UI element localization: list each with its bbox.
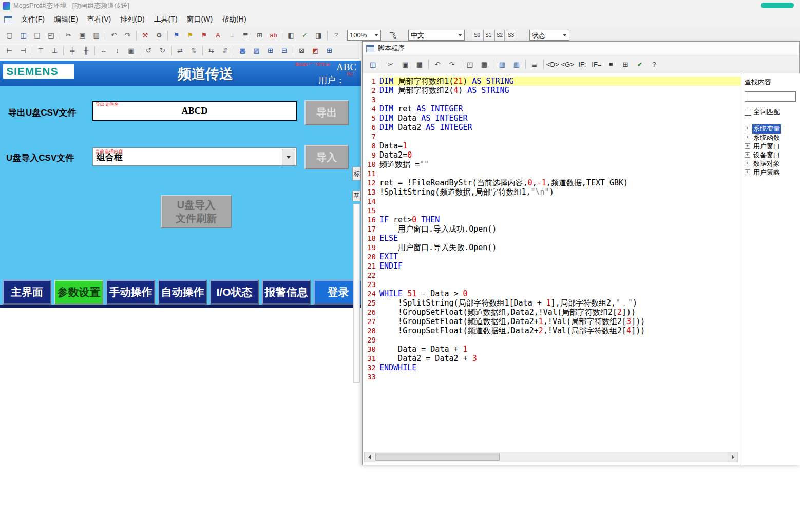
flip-vertical-icon[interactable]: ⇅ bbox=[187, 44, 201, 57]
code-line[interactable]: 10频道数据 ="" bbox=[363, 160, 741, 169]
code-line[interactable]: 13!SplitString(频道数据,局部字符数组1,"\n") bbox=[363, 187, 741, 197]
undo-icon[interactable]: ↶ bbox=[430, 58, 445, 71]
code-line[interactable]: 16IF ret>0 THEN bbox=[363, 215, 741, 224]
menu-item-2[interactable]: 编辑(E) bbox=[49, 13, 83, 26]
redo-icon[interactable]: ↷ bbox=[445, 58, 459, 71]
nav-button[interactable]: 自动操作 bbox=[158, 280, 207, 305]
code-line[interactable]: 29 bbox=[363, 335, 741, 345]
same-width-icon[interactable]: ↔ bbox=[97, 44, 110, 57]
panel-tab-basic[interactable]: 基 bbox=[352, 191, 361, 201]
code-line[interactable]: 31 Data2 = Data2 + 3 bbox=[363, 354, 741, 363]
tree-item[interactable]: 用户窗口 bbox=[745, 142, 797, 150]
expand-icon[interactable] bbox=[745, 161, 750, 166]
space-horizontal-icon[interactable]: ⇆ bbox=[204, 44, 218, 57]
menu-item-7[interactable]: 帮助(H) bbox=[217, 13, 251, 26]
code-line[interactable]: 32ENDWHILE bbox=[363, 363, 741, 372]
code-line[interactable]: 30 Data = Data + 1 bbox=[363, 345, 741, 354]
expand-icon[interactable] bbox=[745, 143, 750, 149]
whole-word-checkbox[interactable] bbox=[745, 109, 751, 116]
fill-color-icon[interactable]: ◩ bbox=[309, 44, 322, 57]
code-line[interactable]: 17 用户窗口.导入成功.Open() bbox=[363, 224, 741, 234]
zoom-combobox[interactable]: 100% bbox=[347, 30, 381, 41]
nav-button[interactable]: 报警信息 bbox=[262, 280, 311, 305]
tree-item[interactable]: 系统函数 bbox=[745, 133, 797, 142]
help-icon[interactable]: ? bbox=[647, 58, 661, 71]
code-line[interactable]: 19 用户窗口.导入失败.Open() bbox=[363, 243, 741, 252]
strategy-flag-icon[interactable]: ⚑ bbox=[197, 29, 211, 42]
print-icon[interactable]: ▤ bbox=[477, 58, 491, 71]
copy-icon[interactable]: ▣ bbox=[75, 29, 89, 42]
properties-icon[interactable]: ◧ bbox=[284, 29, 298, 42]
bring-front-icon[interactable]: ▩ bbox=[236, 44, 250, 57]
window-controls[interactable] bbox=[761, 3, 794, 8]
menu-item-5[interactable]: 工具(T) bbox=[149, 13, 182, 26]
save-icon[interactable]: ◫ bbox=[16, 29, 30, 42]
cut-icon[interactable]: ✂ bbox=[62, 29, 75, 42]
group-icon[interactable]: ⊞ bbox=[263, 44, 277, 57]
align-top-icon[interactable]: ⊤ bbox=[34, 44, 48, 57]
nav-button[interactable]: 手动操作 bbox=[106, 280, 155, 305]
print-preview-icon[interactable]: ◰ bbox=[44, 29, 58, 42]
tree-item[interactable]: 用户策略 bbox=[745, 168, 797, 177]
redo-icon[interactable]: ↷ bbox=[121, 29, 135, 42]
code-line[interactable]: 8Data=1 bbox=[363, 141, 741, 150]
align-right-icon[interactable]: ⊣ bbox=[16, 44, 30, 57]
save-icon[interactable]: ◫ bbox=[366, 58, 380, 71]
same-size-icon[interactable]: ▣ bbox=[124, 44, 138, 57]
expand-icon[interactable] bbox=[745, 152, 750, 158]
scrollbar-thumb[interactable] bbox=[375, 453, 500, 461]
code-line[interactable]: 4DIM ret AS INTEGER bbox=[363, 104, 741, 113]
lock-icon[interactable]: ⊠ bbox=[295, 44, 309, 57]
combo-dropdown-icon[interactable] bbox=[282, 149, 295, 165]
code-line[interactable]: 27 !GroupSetFloat(频道数据组,Data2+1,!Val(局部字… bbox=[363, 317, 741, 326]
code-line[interactable]: 6DIM Data2 AS INTEGER bbox=[363, 123, 741, 132]
code-line[interactable]: 9Data2=0 bbox=[363, 150, 741, 160]
code-line[interactable]: 11 bbox=[363, 169, 741, 178]
expand-icon[interactable] bbox=[745, 135, 750, 140]
ime-icon[interactable]: 飞 bbox=[386, 29, 400, 42]
code-editor[interactable]: 1DIM 局部字符数组1(21) AS STRING2DIM 局部字符数组2(4… bbox=[363, 73, 741, 465]
export-filename-input[interactable]: 导出文件名 ABCD bbox=[92, 101, 297, 121]
whole-word-option[interactable]: 全词匹配 bbox=[745, 107, 797, 117]
menu-item-3[interactable]: 查看(V) bbox=[83, 13, 116, 26]
menu-item-1[interactable]: 文件(F) bbox=[16, 13, 49, 26]
import-file-combobox[interactable]: 当前选择内容 组合框 bbox=[92, 147, 297, 166]
syntax-check-icon[interactable]: ✓ bbox=[298, 29, 312, 42]
code-line[interactable]: 28 !GroupSetFloat(频道数据组,Data2+2,!Val(局部字… bbox=[363, 326, 741, 335]
center-horizontal-icon[interactable]: ╪ bbox=[65, 44, 79, 57]
dim-declare-icon[interactable]: <D> bbox=[545, 58, 560, 71]
nav-button[interactable]: 参数设置 bbox=[54, 280, 103, 305]
state-button-s0[interactable]: S0 bbox=[472, 30, 482, 41]
scroll-right-icon[interactable] bbox=[728, 452, 737, 462]
horizontal-scrollbar[interactable] bbox=[364, 452, 738, 462]
code-line[interactable]: 22 bbox=[363, 271, 741, 280]
menu-item-6[interactable]: 窗口(W) bbox=[182, 13, 218, 26]
paste-icon[interactable]: ▦ bbox=[89, 29, 103, 42]
ungroup-icon[interactable]: ⊟ bbox=[277, 44, 291, 57]
script-window-titlebar[interactable]: 脚本程序 bbox=[363, 42, 799, 55]
rotate-right-icon[interactable]: ↻ bbox=[156, 44, 169, 57]
align-bottom-icon[interactable]: ⊥ bbox=[48, 44, 62, 57]
state-button-s3[interactable]: S3 bbox=[506, 30, 516, 41]
table-icon[interactable]: ⊞ bbox=[618, 58, 633, 71]
state-button-s1[interactable]: S1 bbox=[483, 30, 493, 41]
align-text-icon[interactable]: ≡ bbox=[225, 29, 239, 42]
align-left-icon[interactable]: ⊢ bbox=[3, 44, 16, 57]
spell-check-icon[interactable]: ab bbox=[266, 29, 280, 42]
search-input[interactable] bbox=[745, 91, 796, 102]
usb-refresh-button[interactable]: U盘导入 文件刷新 bbox=[161, 195, 232, 228]
code-line[interactable]: 26 !GroupSetFloat(频道数据组,Data2,!Val(局部字符数… bbox=[363, 308, 741, 317]
code-line[interactable]: 33 bbox=[363, 372, 741, 382]
grid-icon[interactable]: ⊞ bbox=[253, 29, 266, 42]
nav-button[interactable]: 主界面 bbox=[3, 280, 51, 305]
if-else-icon[interactable]: IF= bbox=[589, 58, 604, 71]
expand-icon[interactable] bbox=[745, 169, 750, 175]
export-button[interactable]: 导出 bbox=[304, 100, 349, 125]
flip-horizontal-icon[interactable]: ⇄ bbox=[173, 44, 187, 57]
code-line[interactable]: 12ret = !FileReadByStr(当前选择内容,0,-1,频道数据,… bbox=[363, 178, 741, 187]
code-line[interactable]: 24WHILE 51 - Data > 0 bbox=[363, 289, 741, 298]
expression-list-icon[interactable]: ≣ bbox=[527, 58, 542, 71]
copy-icon[interactable]: ▣ bbox=[398, 58, 412, 71]
menu-item-4[interactable]: 排列(D) bbox=[116, 13, 149, 26]
tree-item[interactable]: 数据对象 bbox=[745, 159, 797, 168]
